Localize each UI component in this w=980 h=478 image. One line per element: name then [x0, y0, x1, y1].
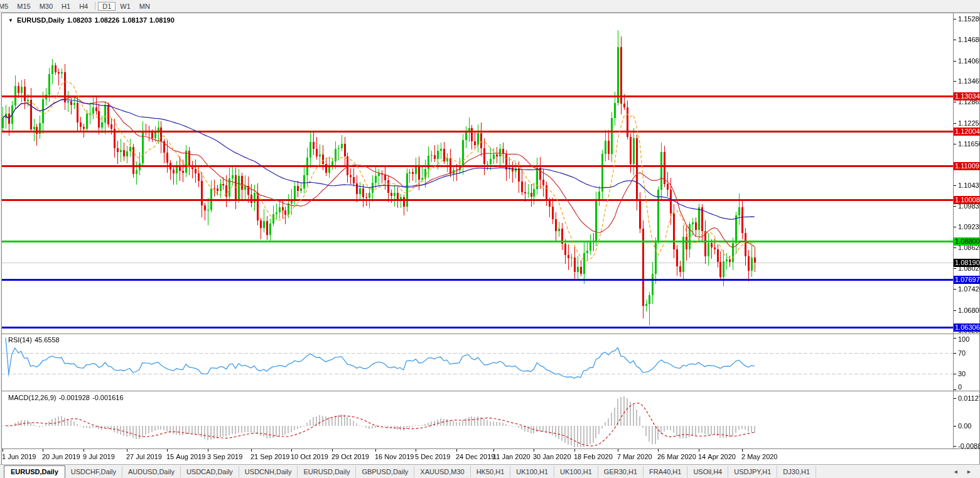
- symbol-tabs: EURUSD,DailyUSDCHF,DailyAUDUSD,DailyUSDC…: [0, 465, 816, 478]
- symbol-tab-bar: EURUSD,DailyUSDCHF,DailyAUDUSD,DailyUSDC…: [0, 464, 980, 478]
- macd-signal-value: -0.001616: [92, 394, 124, 401]
- macd-name: MACD(12,26,9): [8, 394, 56, 401]
- trading-platform-window: M5M15M30H1H4D1W1MN ▼EURUSD,Daily1.082031…: [0, 0, 980, 478]
- timeframe-m30[interactable]: M30: [35, 2, 57, 11]
- ohlc-high: 1.08226: [94, 16, 119, 24]
- tab-scroll-arrows: ◄ ►: [953, 469, 975, 475]
- timeframe-w1[interactable]: W1: [116, 2, 135, 11]
- chart-tab-gbpusd-daily[interactable]: GBPUSD,Daily: [356, 466, 414, 477]
- chart-tab-usdcnh-daily[interactable]: USDCNH,Daily: [239, 466, 298, 477]
- chart-tab-ger30-h1[interactable]: GER30,H1: [598, 466, 643, 477]
- timeframe-m15[interactable]: M15: [13, 2, 35, 11]
- chart-tab-audusd-daily[interactable]: AUDUSD,Daily: [122, 466, 181, 477]
- price-chart-canvas[interactable]: [0, 0, 980, 478]
- level-price-badge: 1.06306: [954, 323, 980, 332]
- tab-scroll-left-icon[interactable]: ◄: [953, 469, 962, 475]
- tab-scroll-right-icon[interactable]: ►: [966, 469, 975, 475]
- ohlc-low: 1.08137: [122, 16, 147, 24]
- timeframe-m5[interactable]: M5: [0, 2, 13, 11]
- level-price-badge: 1.13034: [954, 92, 980, 100]
- chart-tab-hk50-h1[interactable]: HK50,H1: [471, 466, 511, 477]
- level-price-badge: 1.08800: [954, 237, 980, 246]
- chart-tab-usoil-h4[interactable]: USOil,H4: [687, 466, 728, 477]
- level-price-badge: 1.12004: [954, 128, 980, 136]
- toolbar-separator: [95, 2, 95, 10]
- macd-indicator-label: MACD(12,26,9)-0.001928-0.001616: [8, 394, 126, 401]
- ohlc-close: 1.08190: [149, 16, 175, 24]
- ohlc-open: 1.08203: [67, 16, 92, 24]
- chart-tab-uk100-h1[interactable]: UK100,H1: [554, 466, 598, 477]
- chart-tab-dj30-h1[interactable]: DJ30,H1: [777, 466, 816, 477]
- timeframe-d1[interactable]: D1: [98, 2, 116, 11]
- current-price-badge: 1.08190: [954, 259, 980, 267]
- chart-tab-xauusd-m30[interactable]: XAUUSD,M30: [414, 466, 470, 477]
- timeframe-mn[interactable]: MN: [135, 2, 154, 11]
- timeframe-h1[interactable]: H1: [57, 2, 75, 11]
- chart-tab-usdchf-daily[interactable]: USDCHF,Daily: [65, 466, 122, 477]
- level-price-badge: 1.07697: [954, 276, 980, 284]
- chart-tab-eurusd-daily[interactable]: EURUSD,Daily: [298, 466, 356, 477]
- timeframe-h4[interactable]: H4: [75, 2, 92, 11]
- chart-tab-usdjpy-h1[interactable]: USDJPY,H1: [728, 466, 777, 477]
- chart-symbol-label: EURUSD,Daily: [17, 16, 65, 24]
- chart-tab-fra40-h1[interactable]: FRA40,H1: [643, 466, 687, 477]
- chart-tab-uk100-h1[interactable]: UK100,H1: [510, 466, 554, 477]
- macd-main-value: -0.001928: [58, 394, 90, 401]
- chart-tab-eurusd-daily[interactable]: EURUSD,Daily: [4, 465, 65, 478]
- chart-tab-usdcad-daily[interactable]: USDCAD,Daily: [181, 466, 239, 477]
- rsi-name: RSI(14): [8, 336, 32, 344]
- chart-title: ▼EURUSD,Daily1.082031.082261.081371.0819…: [8, 16, 177, 24]
- level-price-badge: 1.11009: [954, 162, 980, 170]
- timeframe-toolbar: M5M15M30H1H4D1W1MN: [0, 0, 980, 13]
- chart-dropdown-icon[interactable]: ▼: [8, 18, 13, 23]
- rsi-value: 45.6558: [35, 336, 60, 344]
- level-price-badge: 1.10008: [954, 196, 980, 204]
- rsi-indicator-label: RSI(14)45.6558: [8, 336, 62, 344]
- timeframe-buttons: M5M15M30H1H4D1W1MN: [0, 2, 154, 11]
